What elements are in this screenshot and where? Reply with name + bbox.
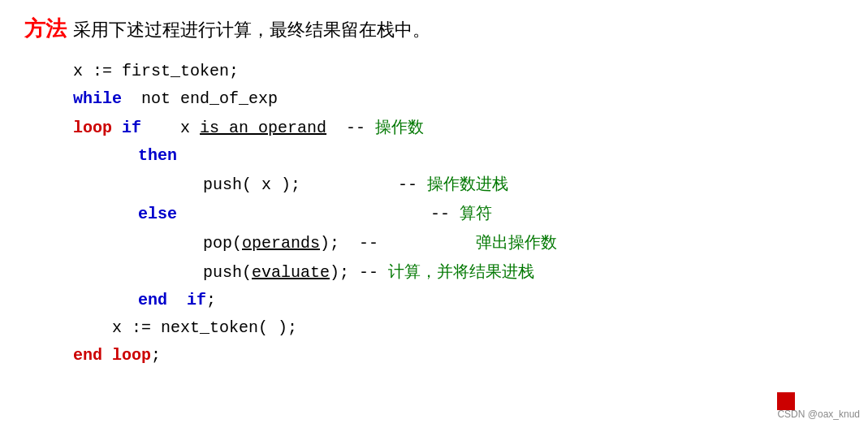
loop2-keyword: loop <box>112 342 151 370</box>
code-line-1: x := first_token; <box>73 58 844 85</box>
watermark: CSDN @oax_knud <box>777 409 860 420</box>
main-container: 方法 采用下述过程进行计算，最终结果留在栈中。 x := first_token… <box>0 0 868 428</box>
code-text <box>167 287 187 314</box>
code-text: push( <box>203 259 252 287</box>
comment-operand: 操作数 <box>375 113 424 141</box>
red-square <box>777 392 795 410</box>
code-text: pop( <box>203 230 242 257</box>
code-line-7: pop( operands ); -- 弹出操作数 <box>73 228 844 257</box>
code-text: x := first_token; <box>73 58 239 85</box>
code-line-3: loop if x is an operand -- 操作数 <box>73 113 844 142</box>
comment-evaluate: 计算，并将结果进栈 <box>388 257 534 285</box>
header-line: 方法 采用下述过程进行计算，最终结果留在栈中。 <box>24 15 844 43</box>
end-keyword: end <box>138 287 167 314</box>
while-keyword: while <box>73 85 122 113</box>
fangfa-label: 方法 <box>24 15 67 43</box>
operands-text: operands <box>242 230 320 257</box>
code-text <box>112 115 122 142</box>
comment-pop: 弹出操作数 <box>476 228 557 256</box>
loop-keyword: loop <box>73 115 112 142</box>
code-line-10: x := next_token( ); <box>73 314 844 342</box>
code-text: ); -- <box>330 259 388 287</box>
is-an-operand-text: is an operand <box>200 115 326 142</box>
code-text: not end_of_exp <box>122 85 278 113</box>
code-text: x := next_token( ); <box>73 314 297 342</box>
code-line-9: end if ; <box>73 287 844 314</box>
then-keyword: then <box>138 142 177 170</box>
code-text <box>102 342 112 370</box>
code-text: -- <box>326 115 375 142</box>
code-text: ; <box>151 342 161 370</box>
code-line-6: else -- 算符 <box>73 199 844 228</box>
code-text: x <box>141 115 200 142</box>
code-text: -- <box>177 201 460 228</box>
code-text: push( x ); <box>203 171 300 199</box>
code-line-4: then <box>73 142 844 170</box>
if2-keyword: if <box>187 287 206 314</box>
else-keyword: else <box>138 201 177 228</box>
code-text: -- <box>300 171 427 199</box>
end2-keyword: end <box>73 342 102 370</box>
header-description: 采用下述过程进行计算，最终结果留在栈中。 <box>73 18 430 42</box>
comment-push-operand: 操作数进栈 <box>427 170 508 197</box>
code-line-11: end loop ; <box>73 342 844 370</box>
code-text: ; <box>206 287 216 314</box>
code-text: ); -- <box>320 230 476 257</box>
evaluate-text: evaluate <box>252 259 330 287</box>
code-line-8: push( evaluate ); -- 计算，并将结果进栈 <box>73 257 844 287</box>
code-block: x := first_token; while not end_of_exp l… <box>24 58 844 370</box>
if-keyword: if <box>122 115 141 142</box>
code-line-2: while not end_of_exp <box>73 85 844 113</box>
code-line-5: push( x ); -- 操作数进栈 <box>73 170 844 199</box>
comment-operator: 算符 <box>460 199 492 227</box>
